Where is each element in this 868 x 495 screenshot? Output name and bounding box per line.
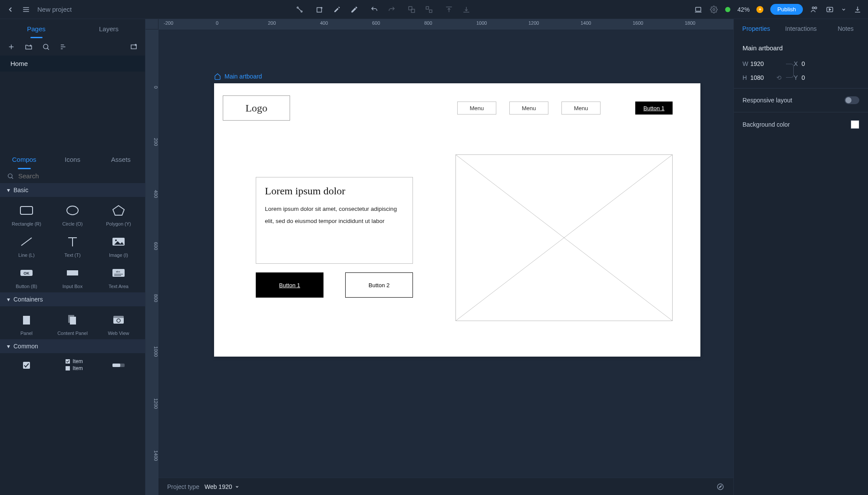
compo-progress[interactable] (96, 357, 141, 372)
zoom-level[interactable]: 42% (737, 6, 749, 13)
align-bottom-icon[interactable] (462, 5, 471, 14)
svg-point-34 (8, 174, 12, 177)
left-panel: Pages Layers Home Compos Icons Assets ▾ … (0, 19, 145, 495)
compo-text[interactable]: Text (T) (50, 234, 95, 258)
compo-rectangle[interactable]: Rectangle (R) (4, 203, 49, 226)
bgcolor-swatch[interactable] (851, 120, 859, 129)
pencil-icon[interactable] (350, 5, 359, 14)
wf-menu-3[interactable]: Menu (561, 102, 601, 115)
svg-rect-36 (20, 207, 33, 214)
svg-rect-5 (317, 7, 322, 12)
svg-text:OK: OK (23, 271, 30, 275)
tab-interactions[interactable]: Interactions (779, 19, 823, 38)
project-type-select[interactable]: Web 1920 (205, 483, 239, 490)
wf-menu-2[interactable]: Menu (509, 102, 548, 115)
share-icon[interactable] (810, 5, 818, 14)
svg-text:abc: abc (116, 270, 120, 273)
artboard-label[interactable]: Main artboard (214, 73, 262, 80)
section-containers[interactable]: ▾ Containers (0, 292, 145, 306)
tab-assets[interactable]: Assets (97, 150, 145, 169)
compo-webview[interactable]: Web View (96, 312, 141, 336)
tab-pages[interactable]: Pages (0, 19, 73, 38)
sort-icon[interactable] (59, 43, 68, 51)
undo-icon[interactable] (370, 5, 379, 14)
section-common-label: Common (13, 343, 38, 350)
svg-rect-11 (429, 10, 432, 12)
compo-image[interactable]: Image (I) (96, 234, 141, 258)
compo-content-panel[interactable]: Content Panel (50, 312, 95, 336)
compass-icon[interactable] (716, 482, 725, 491)
group-icon[interactable] (407, 5, 416, 14)
dim-x-value[interactable]: 0 (802, 60, 823, 67)
dimensions-grid: W 1920 X 0 H 1080 ⟲ Y 0 (743, 60, 859, 81)
dim-h-value[interactable]: 1080 (750, 74, 776, 81)
chevron-down-icon[interactable] (841, 5, 846, 14)
add-page-icon[interactable] (7, 43, 16, 51)
search-icon (7, 173, 14, 180)
download-icon[interactable] (853, 5, 862, 14)
wf-hero-text[interactable]: Lorem ipsum dolor Lorem ipsum dolor sit … (256, 177, 413, 264)
compo-polygon[interactable]: Polygon (Y) (96, 203, 141, 226)
compo-button[interactable]: OKButton (B) (4, 266, 49, 289)
tab-notes[interactable]: Notes (823, 19, 868, 38)
eyedropper-icon[interactable] (333, 5, 341, 14)
section-containers-label: Containers (13, 296, 43, 303)
artboard[interactable]: Logo Menu Menu Menu Button 1 Lorem ipsum… (214, 83, 700, 357)
dim-w-value[interactable]: 1920 (750, 60, 776, 67)
svg-point-4 (301, 11, 302, 12)
compo-line[interactable]: Line (L) (4, 234, 49, 258)
tab-layers[interactable]: Layers (73, 19, 145, 38)
wf-cta-1[interactable]: Button 1 (256, 272, 323, 298)
project-title[interactable]: New project (37, 6, 72, 13)
svg-rect-62 (66, 366, 70, 370)
compo-checklist[interactable]: Item Item (50, 357, 95, 372)
search-input[interactable] (18, 172, 138, 180)
arrange-icon[interactable] (129, 43, 138, 51)
connector-tool-icon[interactable] (295, 5, 304, 14)
compo-circle[interactable]: Circle (O) (50, 203, 95, 226)
wf-cta-2[interactable]: Button 2 (345, 272, 413, 298)
align-top-icon[interactable] (445, 5, 453, 14)
search-page-icon[interactable] (42, 43, 50, 51)
dim-y-value[interactable]: 0 (802, 74, 823, 81)
canvas[interactable]: -200 0 200 400 600 800 1000 1200 1400 16… (145, 19, 733, 495)
compo-input[interactable]: IInput Box (50, 266, 95, 289)
wf-image-placeholder[interactable] (455, 154, 673, 321)
svg-point-33 (135, 44, 136, 46)
settings-icon[interactable] (710, 5, 718, 14)
dim-y-label: Y (794, 74, 802, 81)
svg-point-20 (815, 7, 817, 9)
wf-logo[interactable]: Logo (223, 95, 290, 121)
responsive-toggle[interactable] (845, 96, 859, 104)
compo-checkbox[interactable] (4, 357, 49, 372)
back-icon[interactable] (6, 5, 15, 14)
compo-textarea[interactable]: abcText Area (96, 266, 141, 289)
ungroup-icon[interactable] (425, 5, 433, 14)
svg-rect-64 (112, 364, 120, 367)
link-dimensions-icon[interactable] (786, 64, 794, 78)
top-toolbar: New project 42% + Publish (0, 0, 868, 19)
tab-icons[interactable]: Icons (48, 150, 96, 169)
ruler-vertical: 0 200 400 600 800 1000 1200 1400 (145, 30, 158, 495)
play-icon[interactable] (825, 5, 834, 14)
menu-icon[interactable] (22, 5, 30, 14)
compo-panel[interactable]: Panel (4, 312, 49, 336)
section-basic-label: Basic (13, 187, 28, 193)
folder-add-icon[interactable] (24, 43, 33, 51)
svg-marker-38 (113, 206, 124, 215)
svg-rect-56 (70, 317, 76, 325)
svg-rect-58 (113, 316, 124, 318)
tab-compos[interactable]: Compos (0, 150, 48, 169)
chevron-down-icon: ▾ (7, 296, 10, 303)
section-common[interactable]: ▾ Common (0, 339, 145, 353)
publish-button[interactable]: Publish (770, 4, 803, 15)
wf-menu-1[interactable]: Menu (457, 102, 496, 115)
reward-icon[interactable]: + (756, 6, 763, 13)
wf-header-button[interactable]: Button 1 (635, 102, 673, 115)
device-icon[interactable] (694, 5, 703, 14)
redo-icon[interactable] (387, 5, 396, 14)
section-basic[interactable]: ▾ Basic (0, 183, 145, 197)
page-item-home[interactable]: Home (0, 56, 145, 72)
add-artboard-icon[interactable] (315, 5, 324, 14)
tab-properties[interactable]: Properties (734, 19, 779, 38)
